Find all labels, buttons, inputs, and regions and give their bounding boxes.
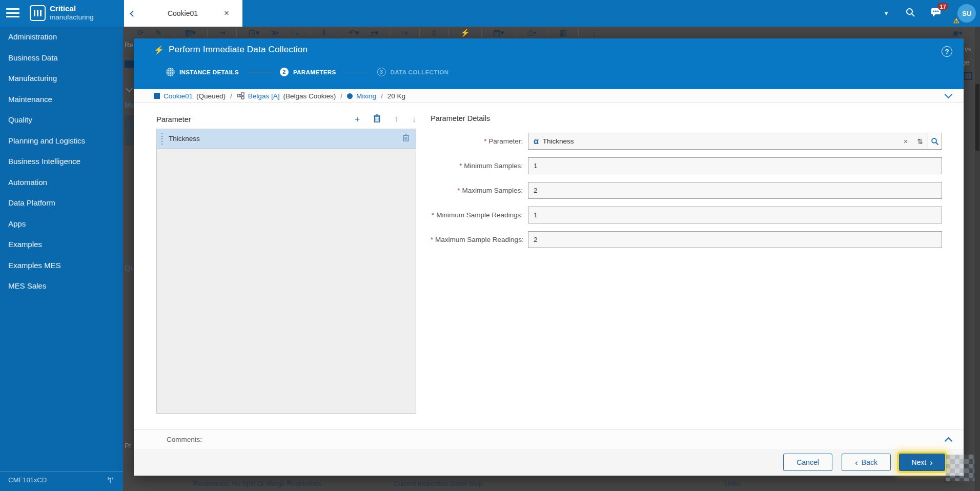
drag-handle-icon[interactable] bbox=[161, 133, 163, 145]
required-marker: * bbox=[457, 187, 460, 194]
move-up-icon[interactable]: ↑ bbox=[394, 115, 399, 124]
comments-collapse-chevron-icon[interactable] bbox=[945, 437, 953, 445]
brand-text: Critical manufacturing bbox=[50, 5, 94, 21]
alpha-type-icon: α bbox=[534, 137, 539, 146]
sidebar-item-mes-sales[interactable]: MES Sales bbox=[0, 276, 123, 297]
top-bar: Critical manufacturing Cookie01 × ▾ 17 S… bbox=[0, 0, 980, 27]
messages-icon[interactable]: 17 bbox=[931, 7, 942, 19]
clear-icon[interactable]: × bbox=[899, 137, 913, 146]
bg-chevron-icon bbox=[126, 85, 133, 92]
data-collection-icon: ⚡ bbox=[460, 29, 470, 36]
material-state: (Queued) bbox=[196, 92, 226, 100]
step-connector bbox=[246, 72, 273, 72]
print-icon: ⎙▾ bbox=[527, 29, 537, 36]
sidebar-item-administration[interactable]: Administration bbox=[0, 27, 123, 48]
bg-fragment: Re bbox=[125, 41, 133, 49]
step-link[interactable]: Mixing bbox=[356, 92, 376, 100]
maximum-samples-input[interactable] bbox=[528, 182, 942, 199]
breadcrumb-separator: / bbox=[380, 92, 384, 100]
minimum-samples-input[interactable] bbox=[528, 157, 942, 174]
parameter-picker[interactable]: α Thickness × ⇅ bbox=[528, 133, 942, 150]
parameter-list-title: Parameter bbox=[156, 115, 341, 124]
sidebar-item-apps[interactable]: Apps bbox=[0, 214, 123, 235]
dialog-footer: Cancel ‹ Back Next › bbox=[134, 449, 964, 476]
row-delete-icon[interactable] bbox=[402, 134, 410, 144]
delete-parameter-icon[interactable] bbox=[373, 114, 381, 124]
search-parameter-button[interactable] bbox=[928, 133, 942, 150]
app-window: Critical manufacturing Cookie01 × ▾ 17 S… bbox=[0, 0, 980, 491]
search-icon[interactable] bbox=[905, 7, 915, 19]
sidebar-item-data-platform[interactable]: Data Platform bbox=[0, 193, 123, 214]
cancel-button[interactable]: Cancel bbox=[783, 454, 832, 471]
page-scrollbar[interactable] bbox=[975, 27, 980, 491]
material-icon bbox=[154, 93, 160, 99]
step-parameters[interactable]: 2 PARAMETERS bbox=[280, 68, 336, 76]
comments-section[interactable]: Comments: bbox=[134, 429, 964, 449]
min-samples-row: *Minimum Samples: bbox=[431, 157, 942, 174]
dispatch-icon: ◳▾ bbox=[248, 29, 259, 36]
topbar-caret-down-icon[interactable]: ▾ bbox=[885, 10, 888, 17]
sidebar-item-quality[interactable]: Quality bbox=[0, 110, 123, 131]
parameter-row-thickness[interactable]: Thickness bbox=[157, 129, 416, 149]
step2-label: PARAMETERS bbox=[293, 69, 336, 75]
sidebar-item-business-data[interactable]: Business Data bbox=[0, 48, 123, 69]
sidebar-item-automation[interactable]: Automation bbox=[0, 172, 123, 193]
hamburger-menu-icon[interactable] bbox=[6, 8, 19, 18]
required-marker: * bbox=[459, 162, 462, 170]
step1-circle: 1 bbox=[166, 68, 175, 76]
document-icon: ▤▾ bbox=[493, 29, 504, 36]
quantity-value: 20 Kg bbox=[387, 92, 405, 100]
sidebar-item-examples[interactable]: Examples bbox=[0, 234, 123, 255]
flow-icon bbox=[237, 92, 244, 99]
breadcrumb-separator: / bbox=[229, 92, 233, 100]
avatar[interactable]: SU ⚠ bbox=[957, 4, 976, 23]
context-breadcrumb: Cookie01 (Queued) / Belgas [A] (Belgas C… bbox=[134, 89, 964, 103]
split-icon: ⑂▾ bbox=[290, 29, 299, 36]
context-collapse-chevron-icon[interactable] bbox=[945, 91, 953, 99]
sidebar-item-maintenance[interactable]: Maintenance bbox=[0, 89, 123, 110]
next-button[interactable]: Next › bbox=[899, 454, 945, 471]
max-sample-readings-label: *Maximum Sample Readings: bbox=[431, 236, 528, 243]
sidebar-item-business-intelligence[interactable]: Business Intelligence bbox=[0, 151, 123, 172]
wizard-steps: 1 INSTANCE DETAILS 2 PARAMETERS 3 DATA C… bbox=[166, 68, 448, 76]
help-icon[interactable]: ? bbox=[942, 46, 952, 57]
tab-close-icon[interactable]: × bbox=[224, 8, 242, 18]
maximum-sample-readings-input[interactable] bbox=[528, 231, 942, 248]
material-link[interactable]: Cookie01 bbox=[164, 92, 193, 100]
max-samples-row: *Maximum Samples: bbox=[431, 182, 942, 199]
parameter-field-row: *Parameter: α Thickness × ⇅ bbox=[431, 133, 942, 150]
bg-upload-icon: ↑ bbox=[964, 72, 972, 80]
sidebar-item-manufacturing[interactable]: Manufacturing bbox=[0, 68, 123, 89]
critical-manufacturing-logo bbox=[30, 5, 46, 21]
breadcrumb-separator: / bbox=[339, 92, 343, 100]
bg-fragment: Qu bbox=[125, 263, 135, 272]
tab-back-chevron-icon[interactable] bbox=[124, 10, 141, 17]
dialog-body: Parameter + ↑ ↓ Thickness Parameter De bbox=[134, 103, 964, 430]
step-connector bbox=[343, 72, 370, 72]
tab-cookie01[interactable]: Cookie01 × bbox=[124, 0, 242, 27]
eye-icon: ◉▾ bbox=[952, 29, 962, 37]
tab-title[interactable]: Cookie01 bbox=[141, 9, 224, 17]
flow-link[interactable]: Belgas [A] bbox=[248, 92, 280, 100]
warning-triangle-icon: ⚠ bbox=[953, 17, 959, 25]
restrictions-value: No Split Or Merge Restrictions bbox=[232, 480, 322, 487]
parameter-list: Thickness bbox=[156, 129, 416, 414]
bg-square bbox=[125, 60, 134, 68]
notification-badge: 17 bbox=[937, 3, 948, 10]
step-instance-details[interactable]: 1 INSTANCE DETAILS bbox=[166, 68, 239, 76]
sidebar-item-examples-mes[interactable]: Examples MES bbox=[0, 255, 123, 276]
sidebar: Administration Business Data Manufacturi… bbox=[0, 27, 123, 491]
add-parameter-icon[interactable]: + bbox=[355, 115, 360, 124]
sidebar-item-planning-and-logistics[interactable]: Planning and Logistics bbox=[0, 131, 123, 152]
picker-list-icon[interactable]: ⇅ bbox=[912, 137, 928, 146]
move-down-icon[interactable]: ↓ bbox=[412, 115, 417, 124]
minimum-sample-readings-input[interactable] bbox=[528, 207, 942, 223]
max-samples-label: *Maximum Samples: bbox=[431, 187, 528, 194]
background-toolbar: ⟳ ✎ ▦▾ ⇥ ◳▾ ≫ ⑂▾ ‖ ↶▾ ±▾ ↪ ⇳ ⚡ ▤▾ ⎙▾ bbox=[137, 27, 598, 38]
brand-line2: manufacturing bbox=[50, 14, 94, 22]
merge-icon: ≫ bbox=[271, 29, 279, 36]
max-sample-readings-row: *Maximum Sample Readings: bbox=[431, 231, 942, 248]
required-marker: * bbox=[484, 137, 486, 145]
back-button[interactable]: ‹ Back bbox=[842, 454, 891, 471]
step-data-collection[interactable]: 3 DATA COLLECTION bbox=[377, 68, 449, 76]
